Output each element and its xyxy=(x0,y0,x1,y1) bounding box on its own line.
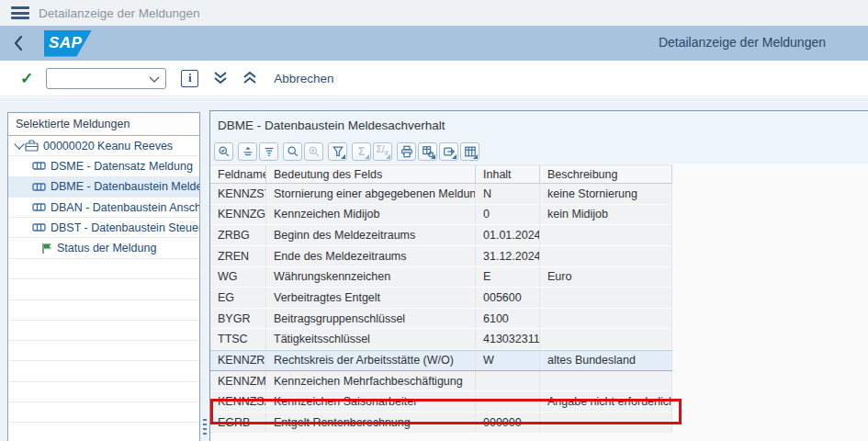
column-header[interactable]: Inhalt xyxy=(476,165,540,183)
choose-layout-icon[interactable] xyxy=(460,142,479,161)
menu-triangle-icon xyxy=(473,154,478,159)
menu-hamburger-icon[interactable] xyxy=(11,6,29,19)
cell-feldname: TTSC xyxy=(210,329,266,349)
table-row[interactable]: KENNZMF Kennzeichen Mehrfachbeschäftigun… xyxy=(210,371,672,392)
cell-inhalt: N xyxy=(476,184,540,204)
tree-node-dsme[interactable]: DSME - Datensatz Meldung xyxy=(8,156,199,176)
cell-bedeutung: Kennzeichen Saisonarbeiter xyxy=(266,391,476,412)
panel-splitter[interactable] xyxy=(200,110,209,441)
splitter-grip-icon[interactable] xyxy=(203,419,207,437)
table-body: KENNZST Stornierung einer abgegebenen Me… xyxy=(210,184,672,434)
message-case-icon xyxy=(25,140,39,152)
table-row[interactable]: BYGR Beitragsgruppenschlüssel 6100 xyxy=(210,309,672,330)
sap-logo: SAP xyxy=(44,30,92,57)
cell-bedeutung: Beitragsgruppenschlüssel xyxy=(266,309,476,329)
table-row[interactable]: WG Währungskennzeichen E Euro xyxy=(210,267,672,288)
views-icon[interactable] xyxy=(418,142,437,161)
cell-beschreibung xyxy=(540,225,672,245)
tree-node-label: DBAN - Datenbaustein Anschrift xyxy=(51,201,199,214)
table-row[interactable]: EGRB Entgelt Rentenberechnung 000000 xyxy=(210,413,672,434)
cell-feldname: KENNZRK xyxy=(210,351,266,370)
menu-triangle-icon xyxy=(386,154,390,159)
cell-feldname: ZREN xyxy=(210,246,266,266)
total-icon: Σ xyxy=(352,142,371,161)
cell-beschreibung xyxy=(540,329,672,349)
cell-beschreibung: Euro xyxy=(540,267,672,288)
command-field[interactable] xyxy=(46,68,166,89)
sort-ascending-icon[interactable] xyxy=(238,142,257,161)
page-up-button[interactable] xyxy=(242,71,257,85)
page-down-button[interactable] xyxy=(213,71,228,85)
cell-inhalt: 31.12.2024 xyxy=(476,246,540,266)
selected-messages-panel: Selektierte Meldungen 00000020 Keanu Ree… xyxy=(7,112,200,441)
table-row[interactable]: TTSC Tätigkeitsschlüssel 413032311 xyxy=(210,329,672,350)
sort-descending-icon[interactable] xyxy=(259,142,278,161)
page-title: Detailanzeige der Meldungen xyxy=(659,35,826,50)
infotype-grid-icon xyxy=(32,183,46,191)
cancel-button[interactable]: Abbrechen xyxy=(274,72,333,85)
table-row[interactable]: ZRBG Beginn des Meldezeitraums 01.01.202… xyxy=(210,225,672,246)
info-button[interactable]: i xyxy=(181,70,198,87)
brand-bar: SAP Detailanzeige der Meldungen xyxy=(0,26,868,61)
tree-node-dbst[interactable]: DBST - Datenbaustein Steuerdaten xyxy=(8,218,199,238)
cell-beschreibung xyxy=(540,309,672,329)
tree-header: Selektierte Meldungen xyxy=(8,113,199,136)
cell-feldname: BYGR xyxy=(210,309,266,329)
back-chevron-icon[interactable] xyxy=(13,35,24,51)
alv-grid: Feldname Bedeutung des Felds Inhalt Besc… xyxy=(210,164,672,434)
cell-beschreibung xyxy=(540,288,672,308)
column-header[interactable]: Beschreibung xyxy=(540,165,672,183)
table-row[interactable]: KENNZST Stornierung einer abgegebenen Me… xyxy=(210,184,672,205)
infotype-grid-icon xyxy=(32,223,46,232)
column-header[interactable]: Bedeutung des Felds xyxy=(266,165,476,183)
column-header[interactable]: Feldname xyxy=(210,165,266,183)
menu-triangle-icon xyxy=(452,154,457,159)
cell-bedeutung: Rechtskreis der Arbeitsstätte (W/O) xyxy=(266,351,476,370)
set-filter-icon[interactable] xyxy=(328,142,347,161)
cell-feldname: WG xyxy=(210,267,266,288)
command-input[interactable] xyxy=(51,70,146,87)
find-next-icon xyxy=(304,142,323,161)
cell-inhalt: W xyxy=(476,351,540,370)
tree-node-status[interactable]: Status der Meldung xyxy=(8,238,199,258)
tree-node-root[interactable]: 00000020 Keanu Reeves xyxy=(8,136,199,156)
cell-inhalt: 0 xyxy=(476,205,540,225)
table-row[interactable]: KENNZSAN Kennzeichen Saisonarbeiter Anga… xyxy=(210,391,672,413)
cell-inhalt xyxy=(476,371,540,391)
page-up-double-chevron-icon xyxy=(242,71,257,85)
top-bar-title: Detailanzeige der Meldungen xyxy=(39,6,200,20)
cell-beschreibung xyxy=(540,371,672,391)
cell-inhalt: E xyxy=(476,267,540,288)
tree-node-label: DBME - Datenbaustein Meldesachverhalt xyxy=(51,180,199,193)
cell-feldname: EG xyxy=(210,288,266,308)
cell-inhalt: 413032311 xyxy=(476,329,540,349)
print-icon[interactable] xyxy=(397,142,416,161)
table-row[interactable]: KENNZRK Rechtskreis der Arbeitsstätte (W… xyxy=(210,350,672,371)
info-icon: i xyxy=(181,70,198,87)
cell-bedeutung: Tätigkeitsschlüssel xyxy=(266,329,476,349)
cell-inhalt: 005600 xyxy=(476,288,540,308)
cell-beschreibung xyxy=(540,413,672,433)
cell-bedeutung: Verbeitragtes Entgelt xyxy=(266,288,476,308)
chevron-down-icon[interactable] xyxy=(14,139,24,149)
details-icon[interactable] xyxy=(214,142,233,161)
cell-feldname: ZRBG xyxy=(210,225,266,245)
top-bar: Detailanzeige der Meldungen xyxy=(0,0,868,26)
export-icon[interactable] xyxy=(439,142,458,161)
cell-inhalt xyxy=(476,391,540,412)
cell-inhalt: 6100 xyxy=(476,309,540,329)
tree-node-dban[interactable]: DBAN - Datenbaustein Anschrift xyxy=(8,198,199,218)
tree-node-dbme[interactable]: DBME - Datenbaustein Meldesachverhalt xyxy=(8,177,199,198)
enter-check-icon[interactable]: ✓ xyxy=(20,69,33,88)
find-icon[interactable] xyxy=(283,142,302,161)
detail-panel: DBME - Datenbaustein Meldesachverhalt xyxy=(209,110,868,441)
table-row[interactable]: KENNZGLE Kennzeichen Midijob 0 kein Midi… xyxy=(210,205,672,226)
cell-bedeutung: Währungskennzeichen xyxy=(266,267,476,288)
main-toolbar: ✓ i Abbrechen xyxy=(0,61,868,96)
page-down-double-chevron-icon xyxy=(213,71,228,85)
tree-empty-rows xyxy=(8,259,199,441)
table-row[interactable]: ZREN Ende des Meldezeitraums 31.12.2024 xyxy=(210,246,672,267)
command-combo-dropdown-icon[interactable] xyxy=(149,76,160,84)
cell-beschreibung: kein Midijob xyxy=(540,205,672,225)
table-row[interactable]: EG Verbeitragtes Entgelt 005600 xyxy=(210,288,672,309)
